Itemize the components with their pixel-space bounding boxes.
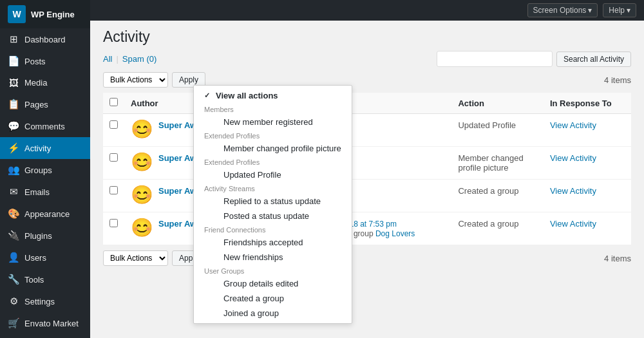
dropdown-item-replied-status[interactable]: Replied to a status update bbox=[194, 194, 352, 209]
view-activity-link[interactable]: View Activity bbox=[550, 186, 596, 196]
dropdown-label-posted-status: Posted a status update bbox=[223, 211, 309, 221]
sidebar-media-icon: 🖼 bbox=[8, 77, 19, 88]
bulk-actions-dropdown: ✓View all actionsMembersNew member regis… bbox=[193, 85, 352, 324]
row-checkbox[interactable] bbox=[109, 120, 118, 129]
dropdown-label-updated-profile: Updated Profile bbox=[223, 170, 281, 180]
view-activity-link[interactable]: View Activity bbox=[550, 153, 596, 163]
sidebar-item-comments[interactable]: 💬 Comments bbox=[0, 115, 90, 137]
sidebar-item-envato[interactable]: 🛒 Envato Market bbox=[0, 312, 90, 334]
sidebar-item-plugins[interactable]: 🔌 Plugins bbox=[0, 225, 90, 247]
action-cell: Created a group bbox=[451, 212, 543, 245]
search-area: Search all Activity bbox=[437, 51, 631, 67]
view-activity-link[interactable]: View Activity bbox=[550, 219, 596, 229]
sidebar-posts-icon: 📄 bbox=[8, 55, 19, 67]
topbar: Screen Options ▾ Help ▾ bbox=[90, 0, 644, 21]
sidebar-logo[interactable]: W WP Engine bbox=[0, 0, 90, 28]
items-count-bottom: 4 items bbox=[604, 254, 631, 263]
dropdown-label-new-member: New member registered bbox=[223, 117, 313, 127]
help-label: Help bbox=[609, 6, 625, 15]
dropdown-group-activity-streams-group: Activity Streams bbox=[194, 182, 352, 194]
filter-separator: | bbox=[116, 54, 118, 64]
items-count-top: 4 items bbox=[604, 75, 631, 85]
dropdown-item-view-all[interactable]: ✓View all actions bbox=[194, 88, 352, 103]
dropdown-item-created-group[interactable]: Created a group bbox=[194, 291, 352, 306]
dropdown-item-updated-profile[interactable]: Updated Profile bbox=[194, 167, 352, 182]
sidebar-item-pages[interactable]: 📋 Pages bbox=[0, 93, 90, 115]
sidebar-item-posts[interactable]: 📄 Posts bbox=[0, 50, 90, 72]
activity-group-link[interactable]: Dog Lovers bbox=[375, 229, 415, 238]
dropdown-label-friendships-accepted: Friendships accepted bbox=[223, 238, 303, 247]
sidebar-emails-icon: ✉ bbox=[8, 186, 19, 198]
sidebar-item-users[interactable]: 👤 Users bbox=[0, 247, 90, 268]
dropdown-group-extended-profiles-group2: Extended Profiles bbox=[194, 156, 352, 167]
sidebar-media-label: Media bbox=[24, 78, 47, 88]
search-input[interactable] bbox=[437, 51, 553, 67]
avatar-icon: 😊 bbox=[131, 186, 153, 204]
activity-table: Author Activity Action In Response To 😊 … bbox=[103, 93, 631, 245]
dropdown-item-friendships-accepted[interactable]: Friendships accepted bbox=[194, 235, 352, 250]
sidebar: W WP Engine ⊞ Dashboard 📄 Posts 🖼 Media … bbox=[0, 0, 90, 338]
sidebar-item-settings[interactable]: ⚙ Settings bbox=[0, 290, 90, 312]
sidebar-activity-icon: ⚡ bbox=[8, 142, 19, 154]
dropdown-group-extended-profiles-group1: Extended Profiles bbox=[194, 129, 352, 141]
row-checkbox[interactable] bbox=[109, 153, 118, 162]
sidebar-appearance-label: Appearance bbox=[24, 209, 70, 219]
sidebar-plugins-icon: 🔌 bbox=[8, 230, 19, 241]
in-response-cell: View Activity bbox=[544, 114, 631, 147]
filter-all-link[interactable]: All bbox=[103, 54, 112, 64]
sidebar-posts-label: Posts bbox=[24, 57, 46, 66]
sidebar-logo-label: WP Engine bbox=[31, 10, 75, 19]
filter-spam-link[interactable]: Spam (0) bbox=[122, 54, 156, 64]
collapse-menu-button[interactable]: ◀ Collapse menu bbox=[0, 334, 90, 338]
action-cell: Created a group bbox=[451, 180, 543, 212]
dropdown-label-new-friendships: New friendships bbox=[223, 252, 283, 262]
dropdown-item-new-friendships[interactable]: New friendships bbox=[194, 250, 352, 265]
dropdown-group-user-groups-group: User Groups bbox=[194, 265, 352, 276]
sidebar-settings-icon: ⚙ bbox=[8, 296, 19, 307]
dropdown-item-new-member[interactable]: New member registered bbox=[194, 115, 352, 129]
sidebar-dashboard-label: Dashboard bbox=[24, 35, 66, 44]
dropdown-label-changed-picture: Member changed profile picture bbox=[223, 144, 341, 153]
sidebar-groups-icon: 👥 bbox=[8, 164, 19, 176]
dropdown-item-group-details-edited[interactable]: Group details edited bbox=[194, 276, 352, 291]
sidebar-item-emails[interactable]: ✉ Emails bbox=[0, 181, 90, 203]
dropdown-item-joined-group[interactable]: Joined a group bbox=[194, 306, 352, 321]
dropdown-item-posted-status[interactable]: Posted a status update bbox=[194, 209, 352, 223]
sidebar-comments-label: Comments bbox=[24, 122, 65, 131]
sidebar-pages-icon: 📋 bbox=[8, 99, 19, 110]
search-activity-button[interactable]: Search all Activity bbox=[556, 52, 631, 67]
filter-links: All | Spam (0) bbox=[103, 54, 156, 64]
sidebar-dashboard-icon: ⊞ bbox=[8, 33, 19, 45]
action-cell: Member changedprofile picture bbox=[451, 147, 543, 180]
sidebar-item-media[interactable]: 🖼 Media bbox=[0, 72, 90, 93]
sidebar-item-dashboard[interactable]: ⊞ Dashboard bbox=[0, 28, 90, 50]
table-row: 😊 Super Awesome Submitted onSuper Av... … bbox=[103, 114, 631, 147]
sidebar-emails-label: Emails bbox=[24, 187, 50, 197]
sidebar-item-groups[interactable]: 👥 Groups bbox=[0, 159, 90, 181]
select-all-checkbox[interactable] bbox=[109, 98, 118, 106]
sidebar-appearance-icon: 🎨 bbox=[8, 208, 19, 220]
sidebar-item-appearance[interactable]: 🎨 Appearance bbox=[0, 203, 90, 225]
sidebar-item-tools[interactable]: 🔧 Tools bbox=[0, 268, 90, 290]
help-button[interactable]: Help ▾ bbox=[603, 3, 636, 17]
bulk-actions-select-bottom[interactable]: Bulk Actions bbox=[103, 250, 168, 266]
page-title: Activity bbox=[103, 28, 631, 46]
sidebar-plugins-label: Plugins bbox=[24, 231, 52, 241]
sidebar-item-activity[interactable]: ⚡ Activity bbox=[0, 137, 90, 159]
screen-options-button[interactable]: Screen Options ▾ bbox=[527, 3, 598, 17]
dropdown-item-changed-picture[interactable]: Member changed profile picture bbox=[194, 141, 352, 156]
screen-options-chevron-icon: ▾ bbox=[588, 6, 592, 15]
sidebar-tools-icon: 🔧 bbox=[8, 274, 19, 285]
dropdown-label-view-all: View all actions bbox=[216, 91, 278, 100]
avatar-icon: 😊 bbox=[131, 153, 153, 171]
sidebar-comments-icon: 💬 bbox=[8, 120, 19, 132]
table-row: 😊 Super Awesome Submitted onSuper Av... … bbox=[103, 180, 631, 212]
sidebar-users-label: Users bbox=[24, 253, 46, 263]
table-row: 😊 Super Awesome Submitted onSuper Av... … bbox=[103, 147, 631, 180]
bulk-actions-select-top[interactable]: Bulk Actions bbox=[103, 72, 168, 88]
dropdown-group-members-group: Members bbox=[194, 103, 352, 115]
row-checkbox[interactable] bbox=[109, 186, 118, 194]
row-checkbox[interactable] bbox=[109, 219, 118, 227]
avatar-icon: 😊 bbox=[131, 219, 153, 237]
view-activity-link[interactable]: View Activity bbox=[550, 120, 596, 130]
